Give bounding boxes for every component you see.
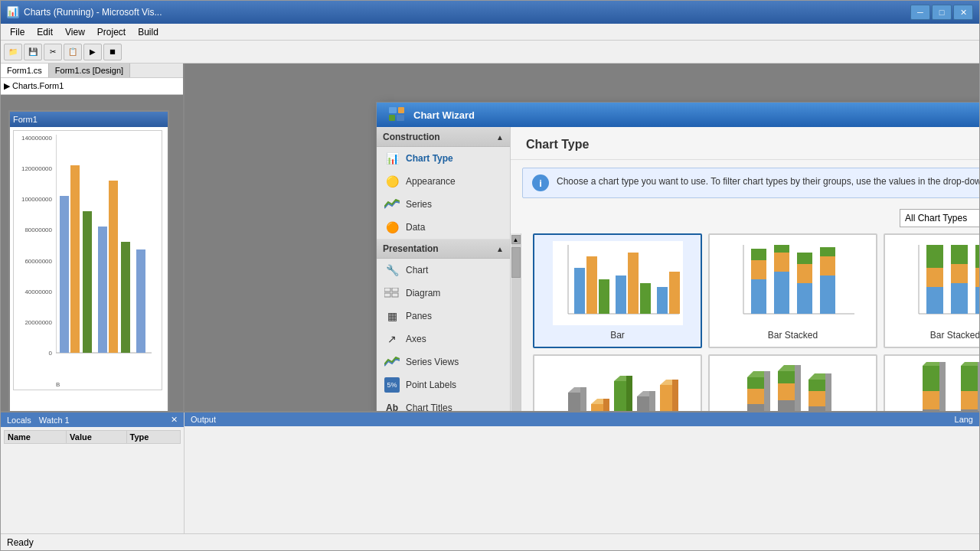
svg-rect-26: [657, 287, 668, 314]
x-axis-label: B: [56, 381, 60, 388]
chart-card-bar-stacked-100[interactable]: Bar Stacked 100%: [884, 233, 979, 348]
toolbar-btn-1[interactable]: 📁: [4, 44, 22, 60]
locals-panel-header: Locals Watch 1 ✕: [1, 412, 184, 427]
scroll-thumb-track: [511, 244, 521, 411]
svg-rect-71: [660, 385, 672, 411]
toolbar: 📁 💾 ✂ 📋 ▶ ⏹: [1, 41, 979, 64]
svg-rect-31: [751, 279, 766, 314]
chart-preview-bar: [553, 241, 683, 325]
svg-rect-36: [774, 245, 789, 253]
svg-rect-8: [136, 249, 145, 353]
toolbar-btn-2[interactable]: 💾: [24, 44, 42, 60]
info-icon: i: [532, 174, 549, 191]
svg-rect-81: [778, 400, 795, 411]
svg-rect-4: [83, 211, 92, 353]
svg-rect-86: [808, 406, 825, 411]
scroll-thumb[interactable]: [511, 247, 521, 278]
scroll-up-button[interactable]: ▲: [511, 235, 521, 244]
form-window: Form1 140000000 120000000 100000000 8000…: [8, 110, 169, 411]
svg-rect-88: [808, 380, 825, 391]
svg-rect-37: [797, 283, 812, 314]
menu-bar: File Edit View Project Build: [1, 24, 979, 41]
chart-grid: Bar: [521, 233, 979, 411]
menu-build[interactable]: Build: [132, 25, 165, 39]
chart-type-icon: 📊: [384, 151, 400, 166]
svg-rect-100: [961, 366, 978, 391]
locals-table: NameValueType: [4, 430, 181, 444]
svg-rect-50: [951, 264, 968, 283]
scrollbar-track: ▲ ▼: [511, 233, 521, 411]
sidebar-item-appearance[interactable]: 🟡 Appearance: [377, 170, 510, 193]
treenode: ▶ Charts.Form1: [1, 78, 183, 95]
chart-preview-bar-stacked: [728, 241, 858, 325]
construction-arrow: ▲: [496, 133, 504, 142]
chart-card-bar-3d-stacked-100[interactable]: Bar 3D Stacked 100%: [884, 354, 979, 411]
close-button[interactable]: ✕: [953, 5, 973, 20]
toolbar-btn-4[interactable]: 📋: [64, 44, 82, 60]
toolbar-btn-3[interactable]: ✂: [44, 44, 62, 60]
svg-rect-42: [820, 247, 835, 256]
series-icon: [384, 197, 400, 212]
chart-card-bar-3d[interactable]: Bar 3D: [533, 354, 702, 411]
sidebar-item-chart-type[interactable]: 📊 Chart Type: [377, 147, 510, 170]
chart-card-bar[interactable]: Bar: [533, 233, 702, 348]
chart-card-bar-stacked[interactable]: Bar Stacked: [708, 233, 877, 348]
tab-form1-cs[interactable]: Form1.cs: [1, 64, 49, 77]
y-axis-labels: 140000000 120000000 100000000 80000000 6…: [14, 135, 54, 357]
minimize-button[interactable]: ─: [910, 5, 930, 20]
chart-card-bar-3d-stacked[interactable]: Bar 3D Stacked: [708, 354, 877, 411]
construction-header[interactable]: Construction ▲: [377, 127, 510, 147]
locals-panel: Locals Watch 1 ✕ NameValueType: [1, 412, 185, 533]
sidebar-item-axes[interactable]: ↗ Axes: [377, 328, 510, 350]
svg-rect-64: [603, 399, 609, 411]
svg-rect-38: [797, 264, 812, 283]
sidebar-item-point-labels[interactable]: 5% Point Labels: [377, 373, 510, 396]
chart-label-bar: Bar: [610, 330, 625, 341]
svg-rect-3: [70, 165, 80, 353]
presentation-header[interactable]: Presentation ▲: [377, 239, 510, 259]
sidebar-item-chart[interactable]: 🔧 Chart: [377, 259, 510, 282]
svg-rect-76: [747, 404, 764, 411]
menu-project[interactable]: Project: [91, 25, 132, 39]
svg-rect-35: [774, 253, 789, 272]
right-bottom: Output Lang: [185, 412, 979, 533]
chart-type-filter-wrapper: All Chart TypesBarLinePieAreaScatter: [900, 209, 979, 227]
sidebar-item-series-views[interactable]: Series Views: [377, 350, 510, 373]
svg-rect-87: [808, 391, 825, 406]
data-icon: 🟠: [384, 220, 400, 235]
svg-rect-61: [580, 387, 586, 411]
svg-rect-15: [384, 293, 390, 297]
menu-view[interactable]: View: [59, 25, 91, 39]
menu-file[interactable]: File: [4, 25, 31, 39]
svg-rect-14: [392, 288, 398, 292]
sidebar-item-panes[interactable]: ▦ Panes: [377, 305, 510, 328]
tab-form1-design[interactable]: Form1.cs [Design]: [49, 64, 130, 77]
watch-tab[interactable]: Watch 1: [39, 416, 70, 425]
form-chart-area: 140000000 120000000 100000000 80000000 6…: [13, 130, 162, 390]
svg-rect-20: [574, 268, 585, 314]
sidebar-item-chart-titles[interactable]: Ab Chart Titles: [377, 396, 510, 411]
app-icon: 📊: [7, 6, 19, 18]
svg-rect-25: [640, 283, 651, 314]
svg-rect-93: [923, 409, 939, 411]
svg-rect-33: [751, 249, 766, 260]
svg-rect-47: [926, 268, 943, 287]
toolbar-btn-5[interactable]: ▶: [83, 44, 102, 60]
info-text: Choose a chart type you want to use. To …: [557, 174, 979, 188]
sidebar: Construction ▲ 📊 Chart Type 🟡 Appearance: [377, 127, 511, 411]
content-area: Chart Wizard ─ □ ✕ Construction ▲: [185, 64, 979, 411]
title-bar: 📊 Charts (Running) - Microsoft Vis... ─ …: [1, 1, 979, 24]
svg-rect-90: [825, 373, 831, 411]
chart-scroll-area: ▲ ▼: [511, 233, 979, 411]
chart-type-filter[interactable]: All Chart TypesBarLinePieAreaScatter: [900, 209, 979, 227]
toolbar-btn-6[interactable]: ⏹: [103, 44, 122, 60]
svg-rect-78: [747, 377, 764, 389]
locals-panel-close[interactable]: ✕: [171, 415, 178, 425]
sidebar-item-series[interactable]: Series: [377, 193, 510, 216]
maximize-button[interactable]: □: [932, 5, 952, 20]
main-content: Chart Type i Choose a chart type you wan…: [511, 127, 979, 411]
menu-edit[interactable]: Edit: [31, 25, 59, 39]
sidebar-item-data[interactable]: 🟠 Data: [377, 216, 510, 239]
sidebar-item-diagram[interactable]: Diagram: [377, 282, 510, 305]
locals-panel-content: NameValueType: [1, 427, 184, 447]
